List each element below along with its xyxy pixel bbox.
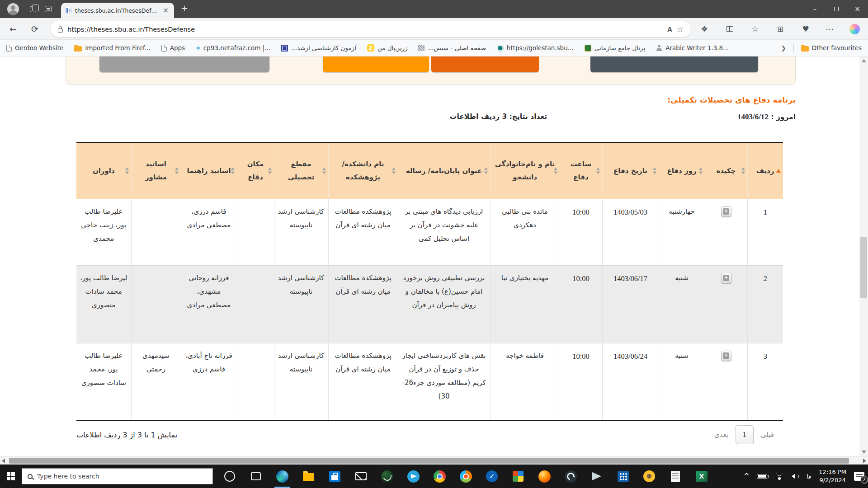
task-view-button[interactable]: [243, 465, 269, 488]
column-header-location[interactable]: مکان دفاع: [237, 142, 274, 199]
bookmark-item[interactable]: Zزرین‌پال من: [367, 44, 408, 52]
notepad-button[interactable]: [662, 465, 689, 488]
toolbar-button-dark-orange[interactable]: [431, 56, 539, 72]
send-app-button[interactable]: [584, 465, 610, 488]
gear-app-button[interactable]: [636, 465, 662, 488]
tab-close-icon[interactable]: ×: [162, 6, 170, 14]
bookmark-item[interactable]: Gerdoo Website: [6, 44, 63, 52]
split-screen-icon[interactable]: [723, 18, 736, 40]
browser-essentials-icon[interactable]: ♥: [799, 18, 812, 40]
cortana-button[interactable]: [217, 465, 243, 488]
abstract-expand-button[interactable]: +: [721, 206, 731, 217]
taskbar-clock[interactable]: 12:16 PM 9/2/2024: [819, 468, 846, 484]
bookmark-label: پرتال جامع سازمانی: [594, 44, 646, 52]
url-text[interactable]: https://theses.sbu.ac.ir/ThesesDefense: [67, 26, 663, 33]
bookmark-item[interactable]: »cp93.netafraz.com |...: [196, 44, 270, 52]
extensions-icon[interactable]: ❖: [698, 18, 711, 40]
excel-button[interactable]: [689, 465, 715, 488]
column-header-radif[interactable]: ردیف: [747, 142, 783, 199]
column-header-faculty[interactable]: نام دانشکده/ پژوهشکده: [328, 142, 398, 199]
bookmark-item[interactable]: Arabic Writer 1.3.8...: [656, 44, 729, 52]
grid-app-button[interactable]: [505, 465, 531, 488]
column-header-day[interactable]: روز دفاع: [659, 142, 705, 199]
vertical-scrollbar[interactable]: [859, 56, 868, 456]
workspaces-icon[interactable]: [30, 6, 36, 12]
scroll-left-arrow-icon[interactable]: [2, 459, 5, 463]
column-header-student[interactable]: نام و نام‌خانوادگی دانشجو: [490, 142, 560, 199]
globe-app-button[interactable]: [374, 465, 400, 488]
profile-avatar[interactable]: [7, 3, 19, 15]
table-row: 1 + چهارشنبه 1403/05/03 10:00 مائده بنی …: [76, 199, 783, 265]
store-button[interactable]: [321, 465, 348, 488]
column-header-advisors[interactable]: اساتید مشاور: [131, 142, 181, 199]
settings-menu-icon[interactable]: ⋯: [823, 18, 836, 40]
column-header-level[interactable]: مقطع تحصیلی: [274, 142, 328, 199]
pagination-page-1[interactable]: 1: [736, 425, 754, 444]
bookmarks-overflow-chevron[interactable]: ❯: [781, 45, 786, 52]
tab-actions-icon[interactable]: [45, 6, 52, 12]
taskbar-search[interactable]: [22, 468, 213, 484]
swirl-app-button[interactable]: [557, 465, 584, 488]
wifi-icon[interactable]: [775, 473, 784, 480]
address-bar[interactable]: https://theses.sbu.ac.ir/ThesesDefense A…: [51, 21, 691, 37]
column-header-judges[interactable]: داوران: [76, 142, 131, 199]
edge-app-button[interactable]: [269, 465, 295, 488]
column-header-time[interactable]: ساعت دفاع: [560, 142, 602, 199]
telegram-button[interactable]: [400, 465, 426, 488]
start-button[interactable]: [0, 465, 22, 488]
pagination-prev[interactable]: قبلی: [761, 431, 774, 439]
new-tab-button[interactable]: +: [181, 3, 188, 13]
toolbar-button-orange[interactable]: [323, 56, 429, 72]
browser-tab[interactable]: theses.sbu.ac.ir/ThesesDefense ×: [61, 3, 174, 18]
abstract-expand-button[interactable]: +: [721, 351, 731, 361]
back-button[interactable]: ←: [6, 18, 20, 40]
pagination-next[interactable]: بعدی: [714, 431, 728, 439]
cell-level: کارشناسی ارشد ناپیوسته: [274, 199, 328, 265]
read-aloud-icon[interactable]: A: [667, 26, 672, 33]
close-button[interactable]: ×: [847, 0, 868, 18]
file-explorer-button[interactable]: [295, 465, 321, 488]
scroll-right-arrow-icon[interactable]: [863, 459, 866, 463]
browser-app-button[interactable]: [453, 465, 479, 488]
bookmark-item[interactable]: آزمون کارشناسی ارشد...: [281, 44, 356, 52]
add-favorite-star-icon[interactable]: ☆: [677, 25, 684, 34]
notification-center-icon[interactable]: 2: [854, 472, 864, 481]
taskbar: ^ فا 12:16 PM 9/2/2024 2: [0, 465, 868, 488]
tray-overflow-chevron-icon[interactable]: ^: [744, 472, 749, 479]
language-indicator[interactable]: فا: [807, 473, 811, 480]
favourites-bar-icon[interactable]: ☆: [748, 18, 762, 40]
maximize-button[interactable]: [826, 0, 847, 18]
scroll-down-arrow-icon[interactable]: [862, 450, 866, 454]
vertical-scrollbar-thumb[interactable]: [860, 237, 867, 298]
check-app-button[interactable]: [479, 465, 505, 488]
refresh-button[interactable]: ⟳: [28, 18, 42, 40]
copilot-icon[interactable]: [846, 18, 863, 40]
minimize-button[interactable]: –: [804, 0, 826, 18]
column-header-date[interactable]: تاریخ دفاع: [602, 142, 659, 199]
horizontal-scrollbar-thumb[interactable]: [9, 458, 849, 464]
horizontal-scrollbar[interactable]: [0, 456, 868, 465]
calculator-button[interactable]: [610, 465, 636, 488]
column-header-title[interactable]: عنوان پایان‌نامه/ رساله: [398, 142, 490, 199]
battery-icon[interactable]: [757, 474, 767, 479]
mail-button[interactable]: [348, 465, 374, 488]
search-input[interactable]: [37, 473, 207, 480]
firefox-button[interactable]: [531, 465, 557, 488]
bookmark-item[interactable]: صفحه اصلی - سیس...: [418, 44, 486, 52]
scroll-up-arrow-icon[interactable]: [862, 59, 866, 62]
column-header-supervisors[interactable]: اساتید راهنما: [181, 142, 237, 199]
bookmark-item[interactable]: Apps: [161, 44, 185, 52]
sort-icon: [392, 167, 396, 174]
bookmark-item[interactable]: https://golestan.sbu...: [497, 44, 574, 52]
toolbar-button-gray[interactable]: [99, 56, 269, 72]
bookmark-item[interactable]: پرتال جامع سازمانی: [585, 44, 646, 52]
abstract-expand-button[interactable]: +: [721, 273, 731, 283]
toolbar-button-slate[interactable]: [590, 56, 758, 72]
volume-icon[interactable]: [792, 474, 799, 479]
other-favourites[interactable]: Other favourites: [801, 44, 862, 52]
edge-icon: [276, 470, 288, 483]
bookmark-item[interactable]: Imported From Firef...: [74, 44, 150, 52]
chrome-button[interactable]: [426, 465, 453, 488]
column-header-abstract[interactable]: چکیده: [705, 142, 747, 199]
collections-icon[interactable]: ⊞: [774, 18, 787, 40]
